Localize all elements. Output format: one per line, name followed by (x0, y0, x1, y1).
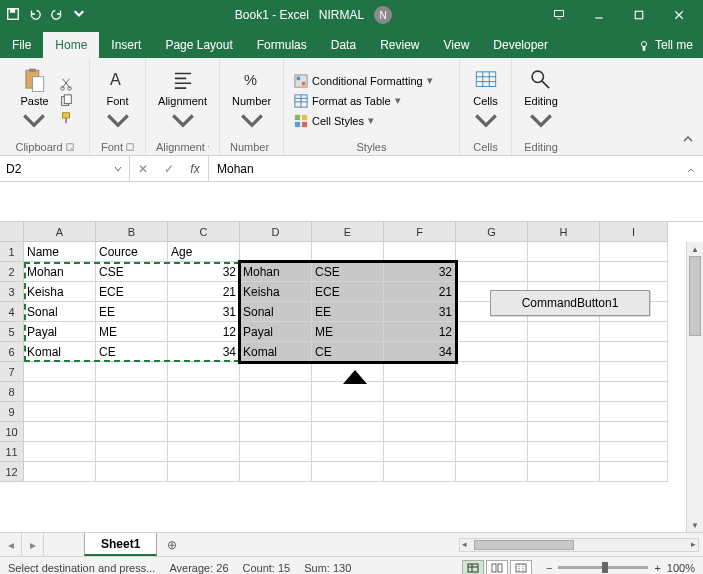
cell[interactable] (96, 362, 168, 382)
cell[interactable] (96, 442, 168, 462)
cell[interactable] (168, 402, 240, 422)
row-header[interactable]: 11 (0, 442, 24, 462)
cell[interactable] (312, 382, 384, 402)
paste-button[interactable]: Paste (16, 65, 52, 137)
cell[interactable] (96, 402, 168, 422)
cell[interactable] (240, 462, 312, 482)
cell[interactable]: 31 (384, 302, 456, 322)
cell[interactable]: 32 (384, 262, 456, 282)
collapse-ribbon-icon[interactable] (681, 132, 695, 149)
cell[interactable]: Keisha (240, 282, 312, 302)
cell[interactable] (456, 462, 528, 482)
cell[interactable]: 32 (168, 262, 240, 282)
cell[interactable] (384, 442, 456, 462)
page-break-view-icon[interactable] (510, 560, 532, 575)
zoom-slider[interactable] (558, 566, 648, 569)
cell[interactable] (384, 362, 456, 382)
zoom-in-icon[interactable]: + (654, 562, 660, 574)
cell[interactable]: EE (96, 302, 168, 322)
undo-icon[interactable] (28, 7, 42, 24)
cell[interactable] (600, 462, 668, 482)
cell[interactable]: Mohan (240, 262, 312, 282)
cell[interactable]: Mohan (24, 262, 96, 282)
cell[interactable] (528, 382, 600, 402)
expand-formula-bar-icon[interactable] (685, 165, 697, 179)
alignment-button[interactable]: Alignment (154, 65, 211, 137)
cell[interactable]: Keisha (24, 282, 96, 302)
cell[interactable] (600, 262, 668, 282)
minimize-icon[interactable] (581, 3, 617, 27)
vertical-scrollbar[interactable]: ▲ ▼ (686, 242, 703, 532)
cell[interactable]: CE (96, 342, 168, 362)
column-header[interactable]: B (96, 222, 168, 242)
page-layout-view-icon[interactable] (486, 560, 508, 575)
number-button[interactable]: % Number (228, 65, 275, 137)
row-header[interactable]: 9 (0, 402, 24, 422)
cell[interactable] (600, 442, 668, 462)
cell[interactable] (384, 382, 456, 402)
add-sheet-icon[interactable]: ⊕ (157, 533, 187, 556)
cell[interactable] (528, 342, 600, 362)
tab-home[interactable]: Home (43, 32, 99, 58)
tab-page-layout[interactable]: Page Layout (153, 32, 244, 58)
tab-formulas[interactable]: Formulas (245, 32, 319, 58)
cell[interactable] (528, 242, 600, 262)
cell[interactable] (600, 382, 668, 402)
cell[interactable] (312, 362, 384, 382)
copy-icon[interactable] (59, 94, 73, 108)
row-header[interactable]: 5 (0, 322, 24, 342)
cell[interactable] (456, 262, 528, 282)
cell[interactable] (600, 242, 668, 262)
cell[interactable]: CSE (312, 262, 384, 282)
cell[interactable]: 34 (384, 342, 456, 362)
cell[interactable] (240, 402, 312, 422)
cell[interactable] (96, 462, 168, 482)
cell[interactable]: 12 (168, 322, 240, 342)
column-header[interactable]: A (24, 222, 96, 242)
cell[interactable] (168, 422, 240, 442)
cell[interactable]: Komal (240, 342, 312, 362)
cell[interactable] (240, 242, 312, 262)
cell[interactable] (528, 322, 600, 342)
cell[interactable] (24, 382, 96, 402)
row-header[interactable]: 3 (0, 282, 24, 302)
cell[interactable]: 12 (384, 322, 456, 342)
close-icon[interactable] (661, 3, 697, 27)
tab-insert[interactable]: Insert (99, 32, 153, 58)
row-header[interactable]: 1 (0, 242, 24, 262)
cell[interactable]: Name (24, 242, 96, 262)
cell[interactable]: ME (312, 322, 384, 342)
cell[interactable] (312, 442, 384, 462)
tab-view[interactable]: View (432, 32, 482, 58)
format-as-table-button[interactable]: Format as Table▾ (294, 94, 401, 108)
cell[interactable] (528, 422, 600, 442)
cell[interactable] (24, 442, 96, 462)
cell[interactable]: Age (168, 242, 240, 262)
scrollbar-thumb[interactable] (689, 256, 701, 336)
cell[interactable] (600, 342, 668, 362)
tab-data[interactable]: Data (319, 32, 368, 58)
row-header[interactable]: 6 (0, 342, 24, 362)
column-header[interactable]: D (240, 222, 312, 242)
user-avatar[interactable]: N (374, 6, 392, 24)
save-icon[interactable] (6, 7, 20, 24)
cell[interactable] (456, 442, 528, 462)
command-button-1[interactable]: CommandButton1 (490, 290, 650, 316)
column-header[interactable]: E (312, 222, 384, 242)
cell[interactable]: 21 (168, 282, 240, 302)
cell[interactable] (600, 362, 668, 382)
fx-icon[interactable]: fx (182, 162, 208, 176)
cell[interactable] (168, 382, 240, 402)
cell[interactable]: CSE (96, 262, 168, 282)
cell[interactable]: ECE (96, 282, 168, 302)
cell[interactable] (456, 322, 528, 342)
cell[interactable] (312, 422, 384, 442)
cell[interactable]: ME (96, 322, 168, 342)
cell[interactable] (600, 402, 668, 422)
cell[interactable] (24, 422, 96, 442)
column-header[interactable]: F (384, 222, 456, 242)
cell[interactable] (600, 322, 668, 342)
cell[interactable] (528, 442, 600, 462)
cell[interactable] (312, 402, 384, 422)
cell[interactable] (456, 382, 528, 402)
